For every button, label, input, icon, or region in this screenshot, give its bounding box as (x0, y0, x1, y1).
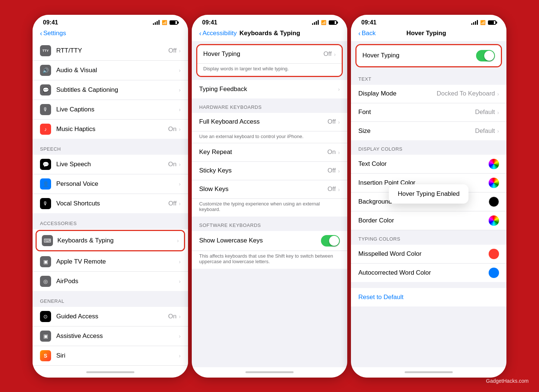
apple-tv-remote-label: Apple TV Remote (56, 258, 179, 265)
row-assistive-access[interactable]: ▣ Assistive Access › (33, 326, 188, 346)
row-font[interactable]: Font Default › (351, 103, 506, 122)
background-color-circle[interactable] (489, 197, 499, 207)
top-group-1: TTY RTT/TTY Off › 🔊 Audio & Visual › (33, 41, 188, 139)
back-button-1[interactable]: ‹ Settings (40, 30, 66, 37)
row-typing-feedback[interactable]: Typing Feedback › (192, 80, 347, 98)
typing-colors-group: Misspelled Word Color Autocorrected Word… (351, 245, 506, 282)
music-haptics-value: On (168, 125, 177, 133)
airpods-chevron: › (179, 278, 181, 284)
row-airpods[interactable]: ◎ AirPods › (33, 272, 188, 291)
general-section-header: GENERAL (33, 291, 188, 307)
row-guided-access[interactable]: ⊙ Guided Access On › (33, 307, 188, 326)
text-color-circle[interactable] (489, 159, 499, 169)
live-speech-chevron: › (179, 161, 181, 167)
subtitles-chevron: › (179, 87, 181, 93)
phone-3: 09:41 📶 ‹ Back (351, 15, 506, 378)
row-show-lowercase[interactable]: Show Lowercase Keys (192, 231, 347, 251)
row-subtitles[interactable]: 💬 Subtitles & Captioning › (33, 80, 188, 100)
text-color-label: Text Color (358, 160, 489, 168)
full-keyboard-label: Full Keyboard Access (199, 118, 328, 125)
insertion-point-color-circle[interactable] (489, 178, 499, 188)
row-siri[interactable]: S Siri › (33, 346, 188, 366)
home-indicator-1 (33, 367, 188, 378)
keyboards-typing-chevron: › (177, 237, 179, 244)
hardware-section-label: HARDWARE KEYBOARDS (192, 98, 347, 113)
slow-keys-value: Off (328, 185, 336, 193)
scroll-content-1: TTY RTT/TTY Off › 🔊 Audio & Visual › (33, 41, 188, 367)
tooltip-label: Hover Typing Enabled (398, 190, 460, 197)
row-slow-keys[interactable]: Slow Keys Off › (192, 180, 347, 199)
border-color-circle[interactable] (489, 215, 499, 226)
misspelled-word-color-circle[interactable] (489, 249, 499, 259)
row-text-color[interactable]: Text Color (351, 155, 506, 174)
size-value: Default (475, 127, 495, 135)
row-autocorrected-word-color[interactable]: Autocorrected Word Color (351, 264, 506, 282)
subtitles-label: Subtitles & Captioning (56, 86, 179, 94)
show-lowercase-description: This affects keyboards that use the Shif… (192, 251, 347, 269)
status-bar-2: 09:41 📶 (192, 15, 347, 28)
display-colors-section-label: DISPLAY COLORS (351, 140, 506, 155)
row-apple-tv-remote[interactable]: ▣ Apple TV Remote › (33, 252, 188, 272)
display-mode-label: Display Mode (358, 90, 436, 97)
row-rtt[interactable]: TTY RTT/TTY Off › (33, 41, 188, 61)
accessories-section-header: ACCESSORIES (33, 213, 188, 229)
row-live-speech[interactable]: 💬 Live Speech On › (33, 155, 188, 174)
size-label: Size (358, 127, 475, 135)
row-keyboards-typing[interactable]: ⌨ Keyboards & Typing › (37, 231, 184, 250)
autocorrected-word-color-label: Autocorrected Word Color (358, 269, 489, 277)
show-lowercase-toggle[interactable] (321, 235, 340, 247)
row-hover-typing[interactable]: Hover Typing Off › (197, 45, 342, 64)
live-captions-label: Live Captions (56, 106, 179, 113)
hover-typing-label: Hover Typing (203, 50, 324, 58)
sticky-keys-chevron: › (338, 168, 340, 174)
back-button-2[interactable]: ‹ Accessibility (199, 30, 237, 37)
row-live-captions[interactable]: 🎙 Live Captions › (33, 100, 188, 120)
assistive-access-chevron: › (179, 333, 181, 339)
hover-typing-value: Off (324, 50, 332, 58)
typing-feedback-chevron: › (338, 86, 340, 92)
assistive-access-icon: ▣ (40, 331, 51, 342)
row-full-keyboard-access[interactable]: Full Keyboard Access Off › (192, 113, 347, 131)
audio-visual-chevron: › (179, 67, 181, 73)
hover-typing-toggle[interactable] (476, 50, 495, 61)
row-border-color[interactable]: Border Color (351, 211, 506, 230)
hover-typing-toggle-label: Hover Typing (362, 52, 476, 59)
row-reset-to-default[interactable]: Reset to Default (351, 288, 506, 306)
assistive-access-label: Assistive Access (56, 332, 179, 340)
row-sticky-keys[interactable]: Sticky Keys Off › (192, 162, 347, 180)
back-button-3[interactable]: ‹ Back (358, 30, 376, 37)
row-music-haptics[interactable]: ♪ Music Haptics On › (33, 120, 188, 139)
row-vocal-shortcuts[interactable]: 🎙 Vocal Shortcuts Off › (33, 194, 188, 213)
row-audio-visual[interactable]: 🔊 Audio & Visual › (33, 61, 188, 80)
status-bar-1: 09:41 📶 (33, 15, 188, 28)
nav-bar-2: ‹ Accessibility Keyboards & Typing (192, 28, 347, 41)
music-haptics-chevron: › (179, 126, 181, 132)
speech-section-header: SPEECH (33, 139, 188, 155)
back-chevron-3: ‹ (358, 30, 361, 37)
siri-chevron: › (179, 352, 181, 359)
row-misspelled-word-color[interactable]: Misspelled Word Color (351, 245, 506, 264)
full-keyboard-chevron: › (338, 119, 340, 125)
hover-typing-chevron: › (334, 51, 336, 57)
row-key-repeat[interactable]: Key Repeat On › (192, 143, 347, 162)
battery-icon-2 (329, 20, 337, 25)
music-haptics-label: Music Haptics (56, 125, 168, 133)
row-size[interactable]: Size Default › (351, 122, 506, 140)
signal-icon-1 (153, 20, 160, 25)
nav-title-3: Hover Typing (376, 30, 477, 37)
key-repeat-value: On (327, 148, 336, 156)
row-personal-voice[interactable]: 👤 Personal Voice › (33, 174, 188, 194)
live-speech-icon: 💬 (40, 159, 51, 170)
full-keyboard-description: Use an external keyboard to control your… (192, 131, 347, 143)
row-hover-typing-toggle[interactable]: Hover Typing (356, 45, 501, 66)
personal-voice-icon: 👤 (40, 178, 51, 190)
row-display-mode[interactable]: Display Mode Docked To Keyboard › (351, 85, 506, 103)
slow-keys-description: Customize the typing experience when usi… (192, 199, 347, 217)
hover-typing-toggle-highlight: Hover Typing (355, 44, 502, 67)
back-label-1: Settings (43, 30, 66, 37)
home-indicator-2 (192, 367, 347, 378)
hover-typing-description: Display words in larger text while typin… (197, 64, 342, 76)
autocorrected-word-color-circle[interactable] (489, 268, 499, 278)
typing-feedback-label: Typing Feedback (199, 86, 338, 93)
signal-icon-2 (312, 20, 319, 25)
